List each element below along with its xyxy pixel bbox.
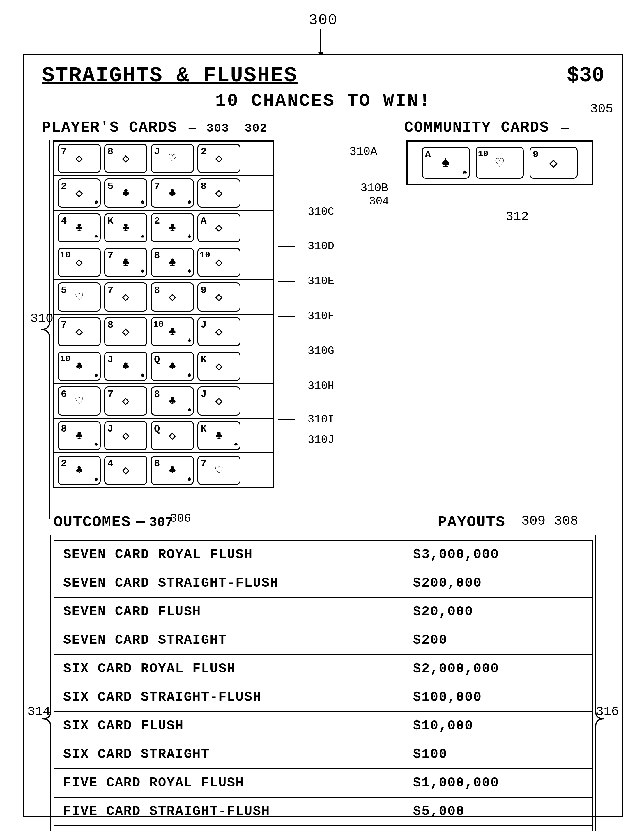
ref-label-310C: 310C [278, 207, 334, 218]
player-row-310F: 7 ◇ 8 ◇ 10 ♣ ♠ J ◇ [54, 315, 273, 349]
outcome-cell: SEVEN CARD STRAIGHT [54, 626, 404, 654]
card-7-heart-j: 7 ♡ [197, 456, 240, 485]
ref-label-310G: 310G [278, 345, 334, 357]
card-8-club-d: 8 ♣ ♠ [151, 248, 194, 277]
card-4-diamond-j: 4 ◇ [104, 456, 147, 485]
players-cards-label: PLAYER'S CARDS — 303 302 [42, 119, 267, 136]
player-row-310J: 2 ♣ ♠ 4 ◇ 8 ♣ ♠ 7 ♡ [54, 453, 273, 487]
payout-row: SEVEN CARD ROYAL FLUSH$3,000,000 [54, 540, 593, 569]
card-K-club-i: K ♣ ♠ [197, 421, 240, 450]
card-10-club-f: 10 ♣ ♠ [151, 317, 194, 346]
card-5-club: 5 ♣ ♠ [104, 178, 147, 208]
price-tag: $30 [566, 64, 604, 88]
outcomes-label: OUTCOMES [54, 514, 131, 531]
card-9-diamond-e: 9 ◇ [197, 282, 240, 312]
card-9-diamond: 9 ◇ [530, 147, 577, 179]
card-K-club: K ♣ ♠ [104, 213, 147, 242]
card-5-heart: 5 ♡ [58, 282, 101, 312]
payout-cell: $100,000 [404, 683, 592, 712]
brace-314 [36, 535, 52, 831]
payout-cell: $200 [404, 626, 592, 654]
card-Q-club-g: Q ♣ ♠ [151, 352, 194, 381]
card-4-club: 4 ♣ ♠ [58, 213, 101, 242]
payout-row: FIVE CARD ROYAL FLUSH$1,000,000 [54, 769, 593, 797]
payout-cell: $10,000 [404, 712, 592, 740]
card-8-club-h: 8 ♣ ♠ [151, 386, 194, 416]
players-grid-box: 7 ◇ 8 ◇ J ♡ 2 ◇ [53, 140, 274, 488]
card-8-diamond-e: 8 ◇ [151, 282, 194, 312]
outcome-cell: SIX CARD ROYAL FLUSH [54, 654, 404, 683]
payout-cell: $200,000 [404, 569, 592, 597]
card-2-club-j: 2 ♣ ♠ [58, 456, 101, 485]
brace-316 [594, 535, 610, 831]
player-row-310E: 5 ♡ 7 ◇ 8 ◇ 9 ◇ [54, 280, 273, 315]
player-row-310I: 8 ♣ ♠ J ◇ Q ◇ K ♣ ♠ [54, 419, 273, 453]
card-J-diamond-i: J ◇ [104, 421, 147, 450]
ref-label-300: 300 [308, 12, 338, 29]
outcome-cell: SIX CARD STRAIGHT [54, 740, 404, 769]
card-6-heart-h: 6 ♡ [58, 386, 101, 416]
payout-row: FIVE CARD STRAIGHT-FLUSH$5,000 [54, 797, 593, 826]
header-area: STRAIGHTS & FLUSHES $30 10 CHANCES TO WI… [42, 64, 604, 111]
ref-label-310A: 310A [349, 145, 377, 158]
card-8-diamond-f: 8 ◇ [104, 317, 147, 346]
player-row-310B: 2 ◇ ♠ 5 ♣ ♠ 7 ♣ ♠ 8 ◇ [54, 176, 273, 211]
card-J-diamond-h: J ◇ [197, 386, 240, 416]
ref-label-310J: 310J [278, 435, 334, 446]
payout-row: SIX CARD FLUSH$10,000 [54, 712, 593, 740]
outcome-cell: FIVE CARD FLUSH [54, 826, 404, 831]
card-8-club-i: 8 ♣ ♠ [58, 421, 101, 450]
player-row-310C: 4 ♣ ♠ K ♣ ♠ 2 ♣ ♠ A ◇ [54, 211, 273, 245]
payout-table: SEVEN CARD ROYAL FLUSH$3,000,000SEVEN CA… [54, 540, 593, 831]
player-row-310D: 10 ◇ 7 ♣ ♠ 8 ♣ ♠ 10 ◇ [54, 245, 273, 280]
ref-label-310E: 310E [278, 276, 334, 287]
card-K-diamond-g: K ◇ [197, 352, 240, 381]
card-8-diamond: 8 ◇ [104, 144, 147, 173]
payout-row: SEVEN CARD STRAIGHT-FLUSH$200,000 [54, 569, 593, 597]
ref-label-312: 312 [506, 209, 529, 224]
community-card-row: A ♠ ♠ 10 ♡ 9 ◇ [408, 142, 592, 184]
ref-label-305: 305 [590, 102, 613, 116]
card-7-diamond-e: 7 ◇ [104, 282, 147, 312]
payout-row: SEVEN CARD FLUSH$20,000 [54, 597, 593, 626]
payout-row: SEVEN CARD STRAIGHT$200 [54, 626, 593, 654]
payout-cell: $5,000 [404, 797, 592, 826]
card-10-diamond-d2: 10 ◇ [197, 248, 240, 277]
payout-row: SIX CARD STRAIGHT$100 [54, 740, 593, 769]
card-J-diamond-f: J ◇ [197, 317, 240, 346]
ref-label-310D: 310D [278, 241, 334, 252]
arrow-from-300 [320, 29, 321, 53]
card-2-club: 2 ♣ ♠ [151, 213, 194, 242]
outcome-cell: SIX CARD STRAIGHT-FLUSH [54, 683, 404, 712]
card-10-club-g: 10 ♣ ♠ [58, 352, 101, 381]
card-2-diamond: 2 ◇ [197, 144, 240, 173]
ref-label-316: 316 [596, 704, 619, 719]
payout-cell: $3,000,000 [404, 540, 592, 569]
outcome-cell: FIVE CARD ROYAL FLUSH [54, 769, 404, 797]
ref-label-310F: 310F [278, 311, 334, 322]
payouts-label: PAYOUTS [438, 514, 506, 531]
payout-row: FIVE CARD FLUSH$50 [54, 826, 593, 831]
outcome-cell: SEVEN CARD STRAIGHT-FLUSH [54, 569, 404, 597]
outcomes-section-header: OUTCOMES — 307 [54, 514, 173, 531]
card-2-diamond-b: 2 ◇ ♠ [58, 178, 101, 208]
outcome-cell: SEVEN CARD ROYAL FLUSH [54, 540, 404, 569]
chances-text: 10 CHANCES TO WIN! [42, 91, 604, 111]
ref-label-310I: 310I [278, 414, 334, 425]
payout-cell: $2,000,000 [404, 654, 592, 683]
card-A-diamond: A ◇ [197, 213, 240, 242]
game-title: STRAIGHTS & FLUSHES [42, 64, 297, 88]
community-cards-label: COMMUNITY CARDS — [404, 119, 569, 136]
payout-cell: $100 [404, 740, 592, 769]
card-7-club-d: 7 ♣ ♠ [104, 248, 147, 277]
card-7-diamond-f: 7 ◇ [58, 317, 101, 346]
payout-cell: $50 [404, 826, 592, 831]
outcome-cell: FIVE CARD STRAIGHT-FLUSH [54, 797, 404, 826]
payout-table-area: SEVEN CARD ROYAL FLUSH$3,000,000SEVEN CA… [54, 535, 593, 831]
player-row-310G: 10 ♣ ♠ J ♣ ♠ Q ♣ ♠ K ◇ [54, 349, 273, 384]
player-row-310A: 7 ◇ 8 ◇ J ♡ 2 ◇ [54, 142, 273, 176]
card-7-diamond-h: 7 ◇ [104, 386, 147, 416]
card-10-heart: 10 ♡ [476, 147, 524, 179]
payouts-section-header: PAYOUTS 309 308 [518, 514, 578, 529]
card-10-diamond-d1: 10 ◇ [58, 248, 101, 277]
